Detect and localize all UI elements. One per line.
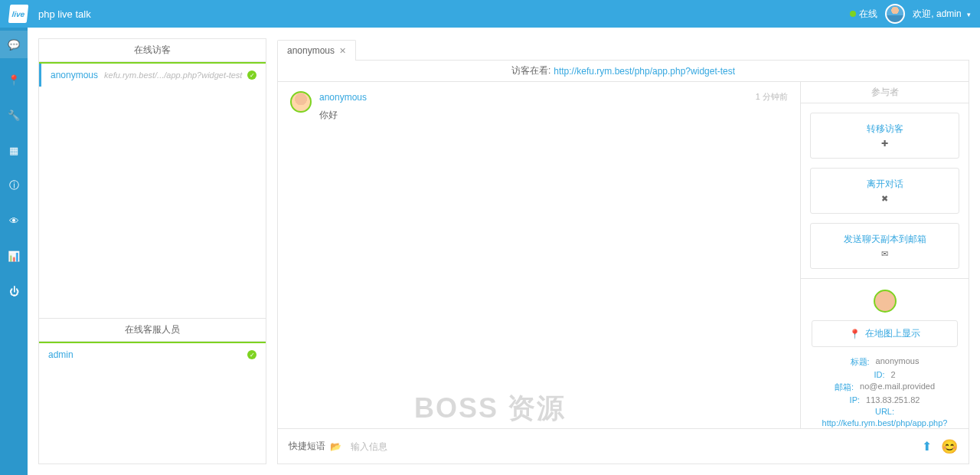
top-bar: live php live talk 在线 欢迎, admin ▾ xyxy=(0,0,980,28)
welcome-text[interactable]: 欢迎, admin ▾ xyxy=(913,8,971,21)
avatar[interactable] xyxy=(885,4,905,24)
online-status[interactable]: 在线 xyxy=(850,8,877,21)
logo: live xyxy=(8,5,29,23)
chevron-down-icon: ▾ xyxy=(967,11,971,18)
app-title: php live talk xyxy=(38,8,91,20)
status-dot-icon xyxy=(850,11,856,17)
